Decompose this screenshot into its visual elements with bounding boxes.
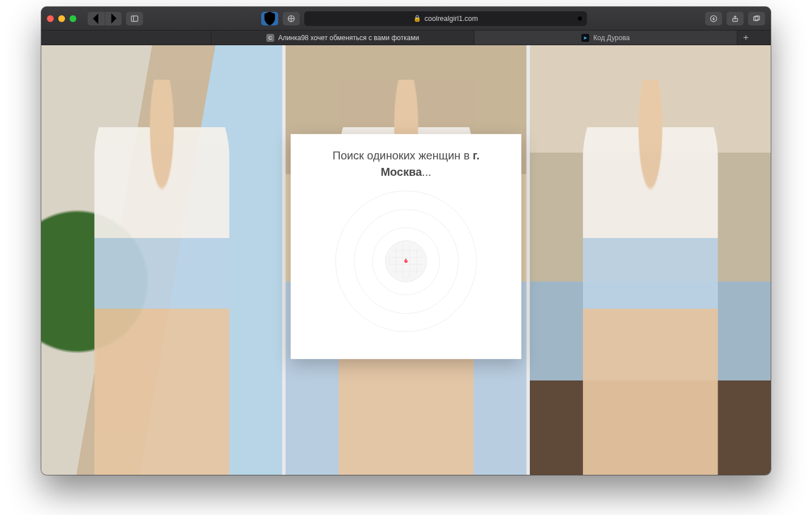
address-url: coolrealgirl1.com <box>425 15 478 23</box>
address-bar[interactable]: 🔒 coolrealgirl1.com <box>304 11 587 26</box>
forward-button[interactable] <box>105 12 122 25</box>
favorite-fav-analytics[interactable]: ▥ <box>80 33 90 43</box>
downloads-button[interactable] <box>705 12 722 25</box>
tab-title: Алинка98 хочет обменяться с вами фотками <box>278 34 419 42</box>
favorite-fav-azure[interactable]: ➤ <box>46 33 56 43</box>
favorite-fav-g[interactable]: G <box>63 33 73 43</box>
back-button[interactable] <box>88 12 105 25</box>
bg-photo-1 <box>41 45 282 475</box>
modal-heading-suffix: ... <box>422 166 431 178</box>
favorite-fav-bolt[interactable]: ⚡ <box>114 33 124 43</box>
window-controls <box>47 15 76 22</box>
lock-icon: 🔒 <box>413 15 421 22</box>
toolbar-center: 🔒 coolrealgirl1.com <box>261 11 587 26</box>
nav-buttons <box>88 12 122 25</box>
sidebar-toggle-button[interactable] <box>126 12 143 25</box>
new-tab-button[interactable]: ＋ <box>737 31 754 45</box>
safari-window: 🔒 coolrealgirl1.com ➤G▥✉⚡▦▦⬡◪ <box>41 7 771 475</box>
modal-heading-prefix: Поиск одиноких женщин в <box>332 149 473 162</box>
right-toolbar <box>705 12 765 25</box>
favorite-fav-sheets2[interactable]: ▦ <box>148 33 158 43</box>
tab-favicon: C <box>266 34 274 42</box>
tab-title: Код Дурова <box>593 34 629 42</box>
tracking-shield-button[interactable] <box>261 12 278 25</box>
tabs-overview-button[interactable] <box>748 12 765 25</box>
modal-heading: Поиск одиноких женщин в г. Москва... <box>306 148 506 180</box>
fullscreen-window-button[interactable] <box>70 15 76 22</box>
minimize-window-button[interactable] <box>58 15 65 22</box>
tab-active[interactable]: C Алинка98 хочет обменяться с вами фотка… <box>211 31 474 45</box>
reload-button[interactable] <box>576 15 584 22</box>
share-button[interactable] <box>727 12 744 25</box>
favorite-fav-sheets1[interactable]: ▦ <box>131 33 141 43</box>
tab-inactive[interactable]: ➤ Код Дурова <box>474 31 737 45</box>
tab-favicon: ➤ <box>581 34 589 42</box>
privacy-report-button[interactable] <box>283 12 300 25</box>
svg-rect-0 <box>131 16 137 21</box>
favorite-fav-blue[interactable]: ◪ <box>182 33 192 43</box>
globe-icon <box>385 240 427 282</box>
favorite-fav-gmail[interactable]: ✉ <box>97 33 107 43</box>
flame-icon <box>402 256 410 266</box>
titlebar: 🔒 coolrealgirl1.com <box>41 7 771 31</box>
page-content: Поиск одиноких женщин в г. Москва... <box>41 45 771 475</box>
radar-graphic <box>335 191 477 332</box>
search-modal: Поиск одиноких женщин в г. Москва... <box>291 134 521 359</box>
favorite-fav-hex[interactable]: ⬡ <box>165 33 175 43</box>
close-window-button[interactable] <box>47 15 54 22</box>
bg-photo-3 <box>530 45 771 475</box>
